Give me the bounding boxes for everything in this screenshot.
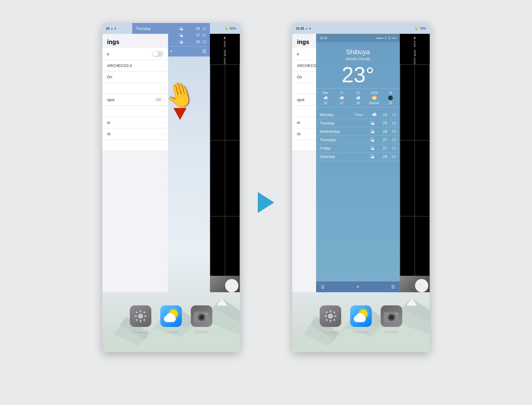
day-row-monday: Monday Today ☁️ 24 19: [316, 110, 400, 119]
high-friday-r: 27: [383, 146, 387, 150]
low-friday-r: 21: [392, 146, 396, 150]
weather-temps-saturday: 30 22: [196, 40, 206, 44]
hour-item-2: 18 ☁️ 18: [350, 91, 366, 105]
grid-cell-4: [225, 140, 240, 216]
right-phone-screen: 15:55 ▲ ⊙ 🔋 78% ings e ARCHECO2.4: [292, 23, 430, 352]
weather-high-saturday: 30: [196, 40, 200, 44]
camera-svg-icon: [193, 307, 211, 325]
dock-weather-right[interactable]: Weather: [350, 305, 372, 333]
low-wednesday: 20: [392, 129, 396, 134]
settings-row-3[interactable]: ›: [102, 83, 168, 94]
cloud-puff-right: [356, 313, 365, 320]
day-temps-thursday-r: 27 20: [383, 138, 396, 142]
settings-app-icon-right[interactable]: [320, 305, 341, 327]
svg-rect-8: [135, 315, 137, 317]
dock-camera-right[interactable]: Camera: [381, 305, 402, 333]
hour-temp-2: 18: [356, 101, 360, 105]
shutter-button-right[interactable]: [415, 279, 428, 292]
weather-menu-icon: ☰: [321, 284, 325, 289]
day-monday: Monday: [320, 112, 354, 117]
settings-label-right: Settings: [324, 329, 338, 333]
settings-row-6[interactable]: er ›: [102, 117, 168, 128]
weather-label-right: Weather: [354, 329, 368, 333]
settings-panel-left: ings e ARCHECO2.4 › On › ›: [102, 34, 168, 292]
status-right-right: 🔋 78%: [414, 27, 426, 31]
hour-time-3: 18:55: [371, 91, 378, 95]
chevron-icon-7: ›: [162, 132, 163, 136]
settings-row-7[interactable]: rb ›: [102, 128, 168, 140]
high-monday: 24: [383, 112, 387, 117]
svg-rect-10: [136, 311, 138, 313]
flash-label-right: ⚡ Auto: [413, 36, 416, 48]
svg-rect-35: [326, 319, 328, 321]
day-icon-tuesday: 🌤: [362, 121, 383, 126]
svg-rect-44: [388, 310, 391, 313]
settings-row-1[interactable]: ARCHECO2.4 ›: [102, 60, 168, 71]
grid-r-cell-4: [415, 140, 429, 216]
dock-camera[interactable]: Camera: [191, 305, 212, 333]
weather-low-saturday: 22: [202, 40, 206, 44]
day-icon-wednesday: 🌤: [362, 129, 383, 134]
chevron-icon-6: ›: [162, 121, 163, 125]
camera-app-icon-right[interactable]: [381, 305, 402, 327]
weather-signal: ●●●●●: [376, 37, 383, 39]
hour-temp-0: 16: [324, 101, 327, 105]
grid-r-cell-2: [415, 65, 429, 140]
dock-settings[interactable]: Settings: [130, 305, 151, 333]
weather-status-icons: ●●●●● ⊙ 🔋 78%: [376, 37, 396, 39]
dock-weather[interactable]: Weather: [160, 305, 182, 333]
shutter-area-right: [400, 279, 428, 292]
svg-rect-6: [140, 310, 141, 313]
day-icon-thursday-r: 🌤: [362, 137, 383, 142]
svg-point-22: [206, 313, 208, 315]
settings-row-4[interactable]: spot Off ›: [102, 94, 168, 106]
weather-temps-friday: 27 21: [196, 33, 206, 37]
weather-condition-text: Mostly Cloudy: [316, 57, 400, 61]
svg-point-20: [201, 316, 202, 318]
wifi-icon-right: ⊙: [309, 27, 311, 30]
weather-icon-content-right: [352, 307, 370, 325]
svg-point-15: [139, 315, 142, 317]
battery-pct: 80%: [230, 27, 236, 30]
hdr-label: HDR Auto: [223, 50, 226, 64]
flash-label: ⚡ Auto: [223, 36, 226, 48]
signal-icon-right: ▲: [305, 27, 308, 30]
day-icon-friday-r: 🌤: [362, 146, 383, 151]
hour-icon-2: ☁️: [356, 95, 361, 100]
settings-app-icon[interactable]: [130, 305, 151, 327]
settings-row-5[interactable]: ›: [102, 106, 168, 117]
day-wednesday: Wednesday: [320, 129, 362, 134]
svg-rect-9: [144, 315, 147, 317]
hour-time-1: 17: [340, 91, 343, 95]
svg-rect-29: [330, 310, 331, 313]
day-row-saturday: Saturday 🌤 29 22: [316, 153, 400, 161]
dock-settings-right[interactable]: Settings: [320, 305, 341, 333]
right-phone-wrapper: 15:55 ▲ ⊙ 🔋 78% ings e ARCHECO2.4: [292, 23, 430, 382]
weather-high-friday: 27: [196, 33, 200, 37]
svg-rect-36: [333, 319, 336, 321]
weather-app-icon[interactable]: [160, 305, 182, 327]
settings-row-8[interactable]: ›: [102, 140, 168, 151]
svg-rect-34: [333, 311, 336, 313]
day-tuesday: Tuesday: [320, 121, 362, 125]
settings-title-left: ings: [102, 34, 168, 48]
svg-rect-13: [143, 319, 146, 321]
hour-icon-0: ☁️: [323, 95, 328, 100]
shutter-button[interactable]: [225, 279, 238, 292]
left-phone-wrapper: Thursday 🌤 28 20 Friday 🌤 27 21: [102, 23, 240, 382]
day-temps-friday-r: 27 21: [383, 146, 396, 150]
weather-app-icon-right[interactable]: [350, 305, 372, 327]
day-saturday-r: Saturday: [320, 154, 362, 159]
weather-label-left: Weather: [164, 329, 179, 333]
grid-r-cell-1: [400, 65, 415, 140]
settings-row-2[interactable]: On ›: [102, 71, 168, 83]
weather-location-icon: ✈: [356, 285, 359, 289]
svg-rect-11: [143, 311, 146, 313]
left-phone-screen: Thursday 🌤 28 20 Friday 🌤 27 21: [102, 23, 240, 352]
camera-panel-left: ⚡ Auto HDR Auto: [210, 34, 240, 292]
day-row-friday: Friday 🌤 27 21: [316, 144, 400, 153]
camera-svg-icon-right: [382, 307, 400, 325]
camera-app-icon[interactable]: [191, 305, 212, 327]
toggle-switch[interactable]: [153, 51, 163, 57]
weather-hourly-strip: Now ☁️ 16 17 ☁️ 17 18 ☁️ 18: [316, 89, 400, 107]
